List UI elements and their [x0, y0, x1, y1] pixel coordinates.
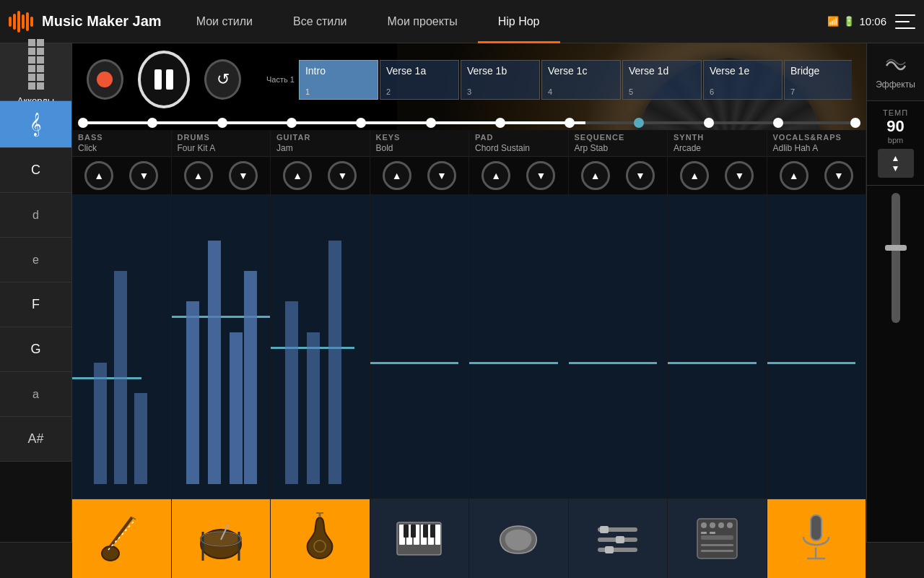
- progress-dot-8[interactable]: [634, 118, 644, 128]
- record-button[interactable]: [87, 59, 123, 100]
- tempo-section: ТЕМП 90 bpm ▲ ▼: [867, 101, 924, 186]
- track-guitar-bar2: [307, 332, 320, 485]
- progress-dot-7[interactable]: [565, 118, 575, 128]
- segment-bridge[interactable]: Bridge 7: [784, 60, 852, 100]
- progress-dot-1[interactable]: [147, 118, 157, 128]
- seg-num-intro: 1: [305, 87, 310, 96]
- track-keys-down[interactable]: ▼: [427, 161, 456, 190]
- track-guitar-down[interactable]: ▼: [328, 161, 357, 190]
- key-As[interactable]: A#: [0, 417, 71, 462]
- progress-dot-9[interactable]: [704, 118, 714, 128]
- progress-dot-3[interactable]: [287, 118, 297, 128]
- track-synth-icon[interactable]: [668, 499, 767, 578]
- track-keys-up[interactable]: ▲: [383, 161, 411, 190]
- track-pad-icon[interactable]: [469, 499, 568, 578]
- key-G[interactable]: G: [0, 327, 71, 372]
- segment-verse1d[interactable]: Verse 1d 5: [622, 60, 702, 100]
- tempo-spinner[interactable]: ▲ ▼: [878, 149, 914, 178]
- progress-dot-11[interactable]: [850, 118, 860, 128]
- tempo-label: ТЕМП: [873, 108, 918, 117]
- clef-button[interactable]: 𝄞: [0, 101, 71, 148]
- seg-num-verse1a: 2: [386, 87, 391, 96]
- track-drums-icon[interactable]: [172, 499, 271, 578]
- tempo-up-arrow[interactable]: ▲: [892, 153, 900, 163]
- track-synth-viz: [668, 194, 767, 499]
- track-guitar-bar1: [285, 301, 298, 484]
- key-e[interactable]: e: [0, 238, 71, 282]
- track-sequence-up[interactable]: ▲: [581, 161, 610, 190]
- progress-dot-0[interactable]: [78, 118, 88, 128]
- tempo-slider[interactable]: [892, 193, 900, 323]
- svg-rect-35: [701, 535, 733, 540]
- track-synth-down[interactable]: ▼: [725, 161, 754, 190]
- svg-rect-38: [701, 532, 707, 534]
- tempo-down-arrow[interactable]: ▼: [892, 163, 900, 173]
- tab-hip-hop[interactable]: Hip Hop: [478, 0, 560, 43]
- progress-dot-2[interactable]: [217, 118, 227, 128]
- seg-name-verse1c: Verse 1c: [548, 65, 614, 77]
- seg-num-verse1b: 3: [467, 87, 471, 96]
- track-guitar-up[interactable]: ▲: [283, 161, 312, 190]
- effects-button[interactable]: Эффекты: [867, 43, 925, 101]
- transport-controls: ↺ Часть 1 Intro 1 Verse 1a 2 Verse 1b 3: [72, 43, 866, 116]
- track-pad-line: [469, 362, 558, 364]
- track-vocals-down[interactable]: ▼: [824, 161, 853, 190]
- key-C[interactable]: C: [0, 148, 71, 193]
- menu-icon[interactable]: [895, 14, 915, 29]
- track-vocals-up[interactable]: ▲: [780, 161, 808, 190]
- track-drums-preset: Four Kit A: [178, 143, 265, 153]
- tempo-slider-handle[interactable]: [885, 245, 907, 251]
- svg-line-1: [110, 517, 132, 546]
- progress-track[interactable]: [83, 121, 855, 124]
- track-drums-viz: [172, 194, 271, 499]
- chords-grid-icon: [27, 38, 45, 91]
- track-bass-header: BASS Click: [72, 130, 171, 157]
- track-drums-down[interactable]: ▼: [229, 161, 258, 190]
- segment-intro[interactable]: Intro 1: [299, 60, 378, 100]
- track-vocals-controls: ▲ ▼: [767, 157, 866, 194]
- tab-all-styles[interactable]: Все стили: [273, 0, 367, 43]
- track-bass-icon[interactable]: [72, 499, 171, 578]
- track-vocals-icon[interactable]: [767, 499, 866, 578]
- track-bass-controls: ▲ ▼: [72, 157, 171, 194]
- segment-verse1a[interactable]: Verse 1a 2: [380, 60, 459, 100]
- progress-dot-10[interactable]: [773, 118, 783, 128]
- segment-verse1b[interactable]: Verse 1b 3: [461, 60, 540, 100]
- track-drums-controls: ▲ ▼: [172, 157, 271, 194]
- tab-my-projects[interactable]: Мои проекты: [367, 0, 478, 43]
- seg-name-verse1d: Verse 1d: [629, 65, 695, 77]
- svg-rect-19: [435, 525, 440, 545]
- progress-dot-5[interactable]: [426, 118, 436, 128]
- track-sequence-icon[interactable]: [569, 499, 668, 578]
- track-sequence-preset: Arp Stab: [575, 143, 662, 153]
- loop-icon: ↺: [217, 70, 230, 89]
- key-d[interactable]: d: [0, 193, 71, 238]
- track-pad-up[interactable]: ▲: [481, 161, 510, 190]
- tab-my-styles[interactable]: Мои стили: [176, 0, 273, 43]
- pause-button[interactable]: [138, 51, 190, 108]
- track-guitar-icon[interactable]: [271, 499, 370, 578]
- loop-button[interactable]: ↺: [204, 59, 241, 100]
- svg-rect-28: [616, 536, 624, 543]
- top-bar: Music Maker Jam Мои стили Все стили Мои …: [0, 0, 924, 43]
- segment-verse1e[interactable]: Verse 1e 6: [703, 60, 783, 100]
- key-F[interactable]: F: [0, 282, 71, 327]
- track-drums-type: DRUMS: [178, 133, 265, 142]
- track-guitar-header: GUITAR Jam: [271, 130, 370, 157]
- track-pad-down[interactable]: ▼: [526, 161, 555, 190]
- progress-dot-6[interactable]: [495, 118, 505, 128]
- track-bass-up[interactable]: ▲: [84, 161, 113, 190]
- effects-label: Эффекты: [876, 79, 915, 90]
- segment-verse1c[interactable]: Verse 1c 4: [541, 60, 621, 100]
- key-a[interactable]: a: [0, 372, 71, 417]
- track-drums-up[interactable]: ▲: [184, 161, 213, 190]
- track-synth-type: SYNTH: [674, 133, 761, 142]
- logo-area: Music Maker Jam: [9, 9, 162, 35]
- progress-dot-4[interactable]: [356, 118, 366, 128]
- chords-button[interactable]: Аккорды: [0, 43, 71, 101]
- track-sequence-down[interactable]: ▼: [626, 161, 655, 190]
- track-synth-up[interactable]: ▲: [680, 161, 709, 190]
- main-area: Аккорды 𝄞 C d e F G a A# HIP-HOP: [0, 43, 924, 578]
- track-bass-down[interactable]: ▼: [129, 161, 158, 190]
- track-keys-icon[interactable]: [370, 499, 469, 578]
